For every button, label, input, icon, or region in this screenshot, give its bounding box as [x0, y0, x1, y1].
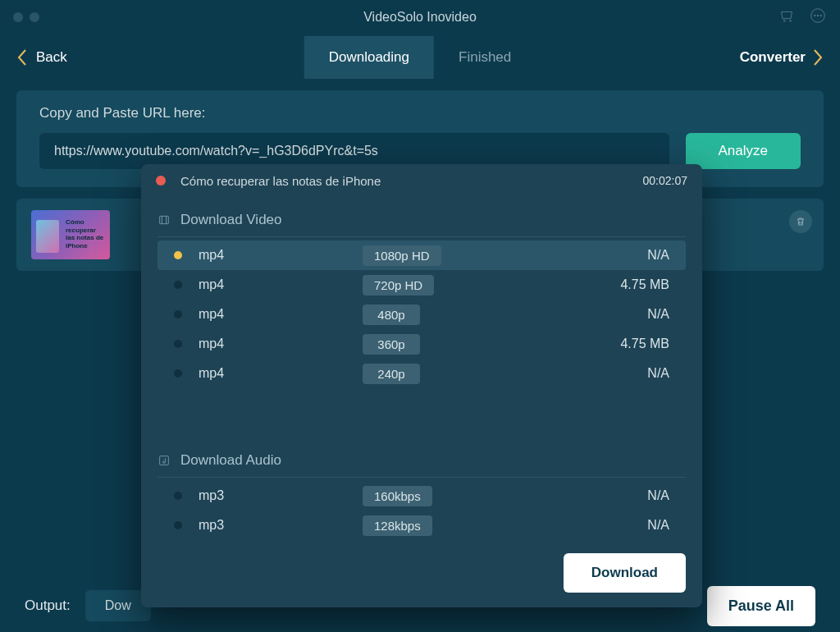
pause-all-button[interactable]: Pause All — [707, 586, 815, 626]
modal-footer: Download — [141, 542, 702, 607]
quality-badge: 720p HD — [363, 275, 434, 295]
url-label: Copy and Paste URL here: — [39, 105, 801, 121]
trash-icon — [795, 216, 806, 227]
size-label: 4.75 MB — [620, 337, 678, 351]
film-icon — [158, 213, 171, 227]
format-label: mp4 — [199, 337, 363, 351]
quality-badge: 1080p HD — [363, 245, 441, 266]
format-row-video[interactable]: mp41080p HDN/A — [158, 240, 686, 270]
cart-icon[interactable] — [778, 7, 796, 28]
output-label: Output: — [25, 598, 71, 614]
video-thumbnail: Cómo recuperar las notas de iPhone — [31, 210, 110, 259]
size-label: N/A — [647, 307, 678, 322]
audio-section-header: Download Audio — [158, 446, 686, 478]
video-section-header: Download Video — [158, 205, 686, 237]
back-button[interactable]: Back — [16, 48, 67, 67]
svg-point-3 — [820, 15, 821, 16]
delete-button[interactable] — [789, 210, 812, 233]
window-minimize[interactable] — [30, 12, 39, 22]
radio-icon — [174, 310, 182, 318]
format-row-audio[interactable]: mp3128kbpsN/A — [158, 511, 686, 540]
modal-header: Cómo recuperar las notas de iPhone 00:02… — [141, 164, 702, 197]
quality-badge: 480p — [363, 305, 420, 325]
radio-icon — [174, 281, 182, 289]
tab-downloading[interactable]: Downloading — [304, 36, 434, 79]
format-row-video[interactable]: mp4360p4.75 MB — [158, 329, 686, 359]
svg-point-2 — [817, 15, 818, 16]
svg-point-1 — [815, 15, 815, 16]
titlebar: VideoSolo Inovideo — [0, 0, 840, 34]
format-label: mp4 — [199, 277, 363, 292]
size-label: N/A — [647, 488, 678, 503]
format-label: mp4 — [199, 366, 363, 381]
radio-icon — [174, 492, 182, 500]
music-icon — [158, 454, 171, 467]
format-row-audio[interactable]: mp3160kbpsN/A — [158, 481, 686, 511]
quality-badge: 360p — [363, 334, 420, 355]
audio-section-label: Download Audio — [180, 452, 281, 469]
svg-rect-4 — [160, 216, 169, 223]
radio-icon — [174, 340, 182, 348]
tab-bar: Downloading Finished — [304, 36, 536, 79]
modal-duration: 00:02:07 — [643, 174, 688, 187]
download-button[interactable]: Download — [564, 553, 686, 593]
format-row-video[interactable]: mp4720p HD4.75 MB — [158, 270, 686, 300]
back-label: Back — [36, 49, 67, 66]
converter-label: Converter — [740, 49, 806, 66]
quality-badge: 240p — [363, 364, 420, 384]
format-label: mp4 — [199, 307, 363, 322]
modal-close-icon[interactable] — [156, 176, 166, 185]
format-modal: Cómo recuperar las notas de iPhone 00:02… — [141, 164, 702, 607]
thumbnail-caption: Cómo recuperar las notas de iPhone — [66, 218, 107, 250]
format-row-video[interactable]: mp4480pN/A — [158, 300, 686, 329]
modal-title: Cómo recuperar las notas de iPhone — [180, 174, 381, 188]
radio-icon — [174, 251, 182, 259]
size-label: N/A — [647, 518, 678, 533]
size-label: N/A — [647, 366, 678, 381]
feedback-icon[interactable] — [809, 7, 827, 28]
tab-finished[interactable]: Finished — [434, 36, 536, 79]
format-label: mp3 — [199, 518, 363, 533]
format-row-video[interactable]: mp4240pN/A — [158, 359, 686, 388]
format-label: mp3 — [199, 488, 363, 503]
radio-icon — [174, 369, 182, 378]
video-section-label: Download Video — [180, 212, 282, 228]
size-label: N/A — [647, 248, 678, 263]
quality-badge: 128kbps — [363, 515, 432, 536]
analyze-button[interactable]: Analyze — [686, 133, 801, 169]
navbar: Back Downloading Finished Converter — [0, 34, 840, 80]
window-controls — [13, 12, 39, 22]
window-close[interactable] — [13, 12, 23, 22]
radio-icon — [174, 521, 182, 529]
quality-badge: 160kbps — [363, 486, 432, 506]
format-label: mp4 — [199, 248, 363, 263]
converter-button[interactable]: Converter — [740, 48, 824, 67]
app-title: VideoSolo Inovideo — [363, 10, 477, 25]
modal-body: Download Video mp41080p HDN/Amp4720p HD4… — [141, 197, 702, 542]
size-label: 4.75 MB — [620, 277, 678, 292]
